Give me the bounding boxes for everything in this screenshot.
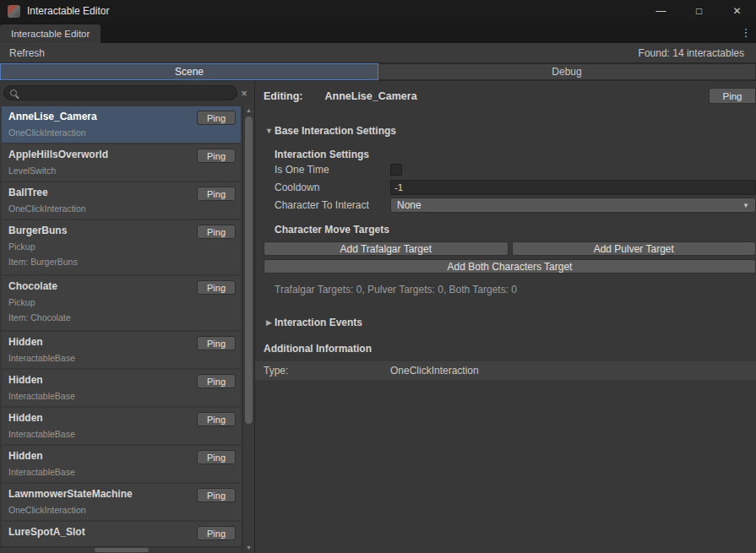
refresh-button[interactable]: Refresh [0,43,54,62]
search-input[interactable] [21,88,231,98]
ping-button[interactable]: Ping [197,336,236,350]
list-item[interactable]: LureSpotA_Slot Ping [2,522,241,546]
editing-label: Editing: [264,90,303,102]
list-item-subtitle: OneClickInteraction [8,505,234,515]
vertical-scrollbar-thumb[interactable] [245,117,253,424]
target-buttons-row: Add Trafalgar Target Add Pulver Target [264,241,756,256]
editing-row: Editing: AnneLise_Camera Ping [264,88,756,105]
tab-scene[interactable]: Scene [0,63,378,80]
foldout-closed-icon: ▶ [264,318,275,327]
ping-button[interactable]: Ping [197,225,236,239]
list-column: AnneLise_Camera OneClickInteraction Ping… [0,105,242,553]
foldout-open-icon: ▼ [264,127,275,135]
minimize-button[interactable]: — [642,0,680,22]
list-item-subtitle: Item: BurgerBuns [8,257,234,267]
list-item[interactable]: AppleHillsOverworld LevelSwitch Ping [2,144,241,181]
titlebar: Interactable Editor — □ ✕ [0,0,756,22]
interactable-editor-window: Interactable Editor — □ ✕ Interactable E… [0,0,756,553]
editing-value: AnneLise_Camera [325,90,417,102]
list-item[interactable]: Hidden InteractableBase Ping [2,370,241,406]
list-item-subtitle: OneClickInteraction [8,127,234,138]
found-count-label: Found: 14 interactables [639,47,756,59]
ping-button[interactable]: Ping [197,526,236,540]
list-item[interactable]: BallTree OneClickInteraction Ping [2,182,241,219]
app-icon [8,5,20,18]
ping-button[interactable]: Ping [197,450,236,464]
tab-debug[interactable]: Debug [378,63,756,80]
scroll-up-icon[interactable]: ▲ [243,105,254,116]
list-item[interactable]: LawnmowerStateMachine OneClickInteractio… [2,484,241,520]
character-to-interact-dropdown[interactable]: None ▼ [390,198,756,213]
character-move-targets-header: Character Move Targets [264,224,756,236]
horizontal-scrollbar[interactable] [0,546,242,553]
list-item-subtitle: OneClickInteraction [8,203,234,214]
is-one-time-checkbox[interactable] [390,164,402,176]
ping-button[interactable]: Ping [197,149,236,163]
list-item[interactable]: BurgerBuns Pickup Item: BurgerBuns Ping [2,220,241,274]
list-item[interactable]: Hidden InteractableBase Ping [2,408,241,444]
kebab-menu-icon[interactable]: ⋮ [740,26,752,39]
add-trafalgar-target-button[interactable]: Add Trafalgar Target [264,241,509,256]
ping-button[interactable]: Ping [197,374,236,388]
interactable-list: AnneLise_Camera OneClickInteraction Ping… [0,105,242,546]
add-pulver-target-button[interactable]: Add Pulver Target [512,241,756,256]
list-item-subtitle: InteractableBase [8,429,234,439]
list-item[interactable]: Chocolate Pickup Item: Chocolate Ping [2,276,241,330]
targets-summary: Trafalgar Targets: 0, Pulver Targets: 0,… [264,284,756,295]
cooldown-input[interactable] [390,180,756,195]
cooldown-row: Cooldown [264,179,756,196]
foldout-label: Base Interaction Settings [275,125,396,137]
add-both-characters-target-button[interactable]: Add Both Characters Target [264,259,756,274]
list-item[interactable]: Hidden InteractableBase Ping [2,332,241,368]
scroll-down-icon[interactable]: ▼ [243,542,254,553]
character-to-interact-row: Character To Interact None ▼ [264,197,756,214]
list-body: AnneLise_Camera OneClickInteraction Ping… [0,105,254,553]
toolbar: Refresh Found: 14 interactables [0,43,756,63]
foldout-base-interaction-settings[interactable]: ▼ Base Interaction Settings [264,125,396,137]
search-field[interactable] [3,85,237,100]
is-one-time-row: Is One Time [264,161,756,178]
list-item[interactable]: Hidden InteractableBase Ping [2,446,241,482]
ping-button[interactable]: Ping [197,280,236,295]
scene-list-panel: × AnneLise_Camera OneClickInteraction Pi… [0,81,255,553]
list-item[interactable]: AnneLise_Camera OneClickInteraction Ping [2,106,241,143]
tab-interactable-editor[interactable]: Interactable Editor [0,24,101,43]
dropdown-value: None [397,199,422,211]
ping-button[interactable]: Ping [197,187,236,201]
vertical-scrollbar-track[interactable] [243,116,254,542]
list-item-subtitle: Item: Chocolate [8,312,234,323]
vertical-scrollbar[interactable]: ▲ ▼ [242,105,254,553]
foldout-interaction-events[interactable]: ▶ Interaction Events [264,317,362,328]
doc-tab-bar: Interactable Editor ⋮ [0,22,756,43]
search-icon [10,89,17,96]
interaction-settings-header: Interaction Settings [264,149,756,160]
type-value: OneClickInteraction [390,365,479,377]
list-item-subtitle: LevelSwitch [8,165,234,176]
foldout-label: Interaction Events [275,317,362,328]
window-title: Interactable Editor [27,5,109,17]
maximize-button[interactable]: □ [680,0,718,22]
clear-search-button[interactable]: × [237,87,251,100]
additional-information-header: Additional Information [264,343,756,355]
horizontal-scrollbar-thumb[interactable] [95,548,149,552]
character-to-interact-label: Character To Interact [275,199,390,211]
is-one-time-label: Is One Time [275,164,390,176]
ping-button[interactable]: Ping [197,111,236,125]
chevron-down-icon: ▼ [742,202,749,209]
list-item-subtitle: Pickup [8,241,234,252]
inspector-panel: Editing: AnneLise_Camera Ping ▼ Base Int… [255,81,756,553]
cooldown-label: Cooldown [275,182,390,193]
search-row: × [0,81,254,105]
ping-button[interactable]: Ping [197,488,236,502]
type-row: Type: OneClickInteraction [255,361,756,380]
ping-button[interactable]: Ping [197,412,236,426]
ping-button[interactable]: Ping [709,88,756,104]
list-item-subtitle: InteractableBase [8,467,234,477]
content: × AnneLise_Camera OneClickInteraction Pi… [0,81,756,553]
type-label: Type: [264,365,390,377]
list-item-subtitle: InteractableBase [8,391,234,401]
list-item-subtitle: InteractableBase [8,353,234,363]
list-item-subtitle: Pickup [8,297,234,307]
close-button[interactable]: ✕ [718,0,756,22]
view-tabs: Scene Debug [0,63,756,81]
